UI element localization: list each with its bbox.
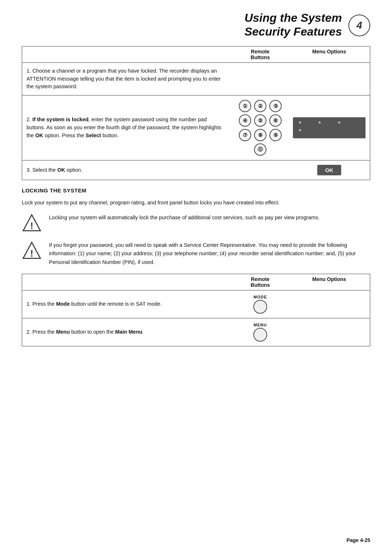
password-display: * * * * <box>293 117 366 138</box>
table2-col-menu-header: Menu Options <box>293 276 366 288</box>
warning-triangle-svg-2: ! <box>22 241 42 261</box>
num-btn-6: ⑥ <box>269 114 282 127</box>
table2-row2-mainmenu: Main Menu <box>115 329 142 335</box>
num-btn-1: ① <box>239 100 251 112</box>
num-btn-0: ⓪ <box>254 143 266 156</box>
row2-text: 2. If the system is locked, enter the sy… <box>26 116 228 139</box>
numpad-row-1: ① ② ③ <box>239 100 282 112</box>
table2-row1-mode: Mode <box>56 301 70 307</box>
chapter-number: 4 <box>348 15 370 36</box>
title-line2: Security Features <box>244 25 342 38</box>
table-row-3: 3. Select the OK option. OK <box>22 160 370 180</box>
table2-row-2: 2. Press the Menu button to open the Mai… <box>22 318 370 346</box>
table-header-row: Remote Buttons Menu Options <box>22 46 370 63</box>
mode-label: MODE <box>254 295 267 299</box>
warning-block-2: ! If you forget your password, you will … <box>22 241 370 266</box>
menu-label: MENU <box>254 323 267 327</box>
menu-btn-group: MENU <box>253 323 267 342</box>
table2-row1-remote: MODE <box>228 295 293 314</box>
table2-row-1: 1. Press the Mode button until the remot… <box>22 290 370 318</box>
warning-text-1: Locking your system will automatically l… <box>49 213 370 222</box>
numpad-row-3: ⑦ ⑧ ⑨ <box>239 129 282 141</box>
table2-col-remote-header: Remote Buttons <box>228 276 293 288</box>
col-empty <box>26 49 228 60</box>
row1-text: 1. Choose a channel or a program that yo… <box>26 67 228 91</box>
instruction-table-2: Remote Buttons Menu Options 1. Press the… <box>22 274 370 346</box>
num-btn-5: ⑤ <box>254 114 266 127</box>
warning-triangle-svg-1: ! <box>22 213 42 233</box>
table2-row2-text: 2. Press the Menu button to open the Mai… <box>26 328 228 336</box>
row1-number: 1. <box>26 68 32 74</box>
num-btn-8: ⑧ <box>254 129 266 141</box>
num-btn-9: ⑨ <box>269 129 282 141</box>
menu-circle-btn <box>253 328 267 342</box>
num-btn-4: ④ <box>239 114 251 127</box>
row2-ok: OK <box>35 133 43 138</box>
table2-row1-number: 1. <box>26 301 32 307</box>
title-line1: Using the System <box>244 11 342 25</box>
row3-menu: OK <box>293 165 366 175</box>
row2-number: 2. <box>26 117 32 122</box>
row2-select: Select <box>86 133 101 138</box>
instruction-table-1: Remote Buttons Menu Options 1. Choose a … <box>22 46 370 180</box>
numpad-row-0: ⓪ <box>254 143 266 156</box>
row3-ok: OK <box>57 167 65 173</box>
warning-icon-2: ! <box>22 241 42 263</box>
table-row-1: 1. Choose a channel or a program that yo… <box>22 63 370 95</box>
num-btn-3: ③ <box>269 100 282 112</box>
table2-row2-remote: MENU <box>228 323 293 342</box>
row2-remote: ① ② ③ ④ ⑤ ⑥ ⑦ ⑧ ⑨ ⓪ <box>228 100 293 156</box>
warning-text-2: If you forget your password, you will ne… <box>49 241 370 266</box>
locking-body: Lock your system to put any channel, pro… <box>22 199 370 207</box>
col-remote-header: Remote Buttons <box>228 49 293 60</box>
mode-btn-group: MODE <box>253 295 267 314</box>
locking-heading: Locking the System <box>22 187 370 194</box>
table2-row1-text: 1. Press the Mode button until the remot… <box>26 300 228 308</box>
table2-header-row: Remote Buttons Menu Options <box>22 274 370 290</box>
table2-row2-number: 2. <box>26 329 32 335</box>
chapter-title: Using the System Security Features <box>244 11 342 39</box>
ok-button-display: OK <box>317 165 342 175</box>
table-row-2: 2. If the system is locked, enter the sy… <box>22 95 370 160</box>
row3-text: 3. Select the OK option. <box>26 166 228 174</box>
num-btn-7: ⑦ <box>239 129 251 141</box>
warning-icon-1: ! <box>22 213 42 235</box>
locking-title: Locking the System <box>22 187 86 194</box>
row2-bold-intro: If the system is locked <box>32 117 89 122</box>
row3-number: 3. <box>26 167 32 173</box>
table2-col-empty <box>26 276 228 288</box>
numpad-row-2: ④ ⑤ ⑥ <box>239 114 282 127</box>
table2-row2-menu-word: Menu <box>56 329 70 335</box>
col-menu-header: Menu Options <box>293 49 366 60</box>
svg-text:!: ! <box>30 221 33 231</box>
numpad: ① ② ③ ④ ⑤ ⑥ ⑦ ⑧ ⑨ ⓪ <box>239 100 282 156</box>
mode-circle-btn <box>253 300 267 314</box>
svg-text:!: ! <box>30 248 33 258</box>
warning-block-1: ! Locking your system will automatically… <box>22 213 370 235</box>
num-btn-2: ② <box>254 100 266 112</box>
locking-section: Locking the System Lock your system to p… <box>22 187 370 266</box>
page-header: Using the System Security Features 4 <box>0 0 392 42</box>
page-number: Page 4-25 <box>347 537 370 543</box>
row2-menu: * * * * <box>293 117 366 138</box>
